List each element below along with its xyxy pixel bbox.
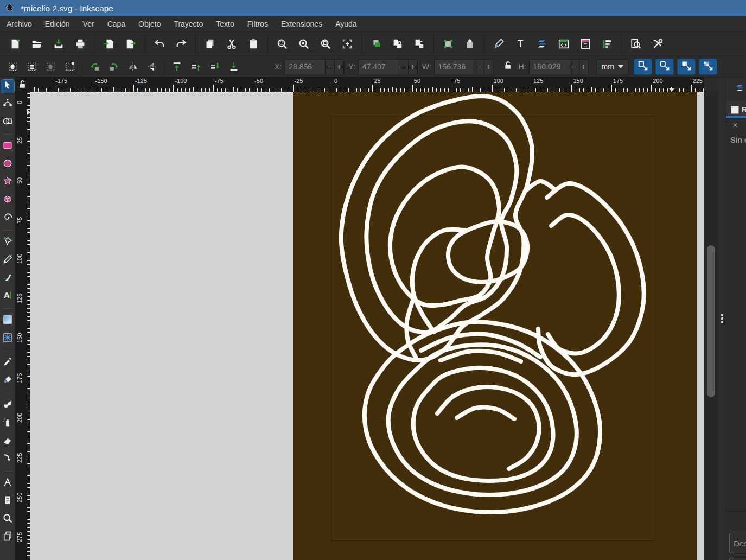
- preferences-button[interactable]: [648, 35, 667, 53]
- scrollbar-thumb[interactable]: [707, 245, 715, 397]
- save-button[interactable]: [49, 35, 68, 53]
- horizontal-ruler[interactable]: -175-150-125-100-75-50-25025507510012515…: [30, 77, 704, 92]
- tool-measure[interactable]: [1, 476, 15, 491]
- tool-paint-bucket[interactable]: [1, 374, 15, 388]
- vertical-ruler[interactable]: 0255075100125150175200225250275: [15, 92, 30, 560]
- vertical-scrollbar[interactable]: [704, 92, 718, 560]
- tool-dropper[interactable]: [1, 356, 15, 370]
- tool-page-tool[interactable]: [1, 494, 15, 508]
- xml-editor-button[interactable]: [554, 35, 573, 53]
- dock-close-button[interactable]: ×: [732, 120, 738, 130]
- tool-node-editor[interactable]: [1, 97, 15, 111]
- duplicate-button[interactable]: [367, 35, 385, 53]
- blur-field[interactable]: Dese: [729, 533, 746, 553]
- menu-item-trayecto[interactable]: Trayecto: [167, 16, 209, 32]
- group-button[interactable]: [388, 35, 407, 53]
- raise-button[interactable]: [187, 59, 204, 75]
- h-input[interactable]: [529, 59, 570, 74]
- copy-button[interactable]: [201, 35, 219, 53]
- lock-ratio-button[interactable]: [501, 59, 515, 74]
- menu-item-ayuda[interactable]: Ayuda: [329, 16, 363, 32]
- select-all-layers-button[interactable]: [23, 59, 40, 75]
- tool-connector[interactable]: [1, 452, 15, 466]
- zoom-selection-button[interactable]: [273, 35, 291, 53]
- y-increment-button[interactable]: +: [409, 59, 418, 74]
- align-distribute-button[interactable]: [598, 35, 616, 53]
- tool-selector[interactable]: [1, 79, 15, 93]
- unlink-clone-button[interactable]: [461, 35, 479, 53]
- tool-pen[interactable]: [1, 236, 15, 250]
- fill-stroke-dialog-button[interactable]: [489, 35, 508, 53]
- w-input[interactable]: [434, 59, 475, 74]
- h-decrement-button[interactable]: −: [570, 59, 579, 74]
- menu-item-archivo[interactable]: Archivo: [0, 16, 39, 32]
- undo-button[interactable]: [150, 35, 169, 53]
- select-box-button[interactable]: [61, 59, 78, 75]
- lower-bottom-button[interactable]: [225, 59, 242, 75]
- tool-pages-tool[interactable]: [1, 530, 15, 544]
- x-decrement-button[interactable]: −: [326, 59, 335, 74]
- tool-mesh-gradient[interactable]: [1, 332, 15, 346]
- new-document-button[interactable]: [6, 35, 24, 53]
- menu-item-objeto[interactable]: Objeto: [132, 16, 167, 32]
- dock-splitter[interactable]: [718, 77, 725, 560]
- zoom-page-button[interactable]: [316, 35, 335, 53]
- menu-item-capa[interactable]: Capa: [101, 16, 132, 32]
- tool-gradient[interactable]: [1, 314, 15, 328]
- import-button[interactable]: [100, 35, 118, 53]
- tool-pencil[interactable]: [1, 253, 15, 268]
- y-input[interactable]: [358, 59, 399, 74]
- tool-shape-builder[interactable]: [1, 115, 15, 129]
- tool-box-3d[interactable]: [1, 193, 15, 207]
- cut-button[interactable]: [222, 35, 241, 53]
- menu-item-filtros[interactable]: Filtros: [241, 16, 275, 32]
- x-increment-button[interactable]: +: [335, 59, 344, 74]
- deselect-button[interactable]: [42, 59, 59, 75]
- unit-dropdown[interactable]: mm: [596, 59, 629, 74]
- scale-patterns-toggle[interactable]: [699, 59, 717, 75]
- flip-vertical-button[interactable]: [143, 59, 160, 75]
- tool-text[interactable]: A: [1, 289, 15, 303]
- guides-lock-icon[interactable]: [15, 77, 30, 92]
- tool-tweak[interactable]: [1, 398, 15, 412]
- opacity-field[interactable]: [729, 558, 746, 560]
- find-replace-button[interactable]: [627, 35, 645, 53]
- h-increment-button[interactable]: +: [579, 59, 589, 74]
- rotate-ccw-button[interactable]: [86, 59, 103, 75]
- raise-top-button[interactable]: [168, 59, 185, 75]
- scale-stroke-toggle[interactable]: [634, 59, 652, 75]
- canvas[interactable]: [30, 92, 704, 560]
- tool-spiral[interactable]: [1, 211, 15, 225]
- lower-button[interactable]: [206, 59, 223, 75]
- paste-button[interactable]: [244, 35, 263, 53]
- tool-ellipse[interactable]: [1, 157, 15, 171]
- text-dialog-button[interactable]: T: [511, 35, 530, 53]
- zoom-center-button[interactable]: [338, 35, 356, 53]
- scale-corners-toggle[interactable]: [655, 59, 674, 75]
- zoom-drawing-button[interactable]: [295, 35, 313, 53]
- flip-horizontal-button[interactable]: [124, 59, 141, 75]
- layers-dialog-button[interactable]: [533, 35, 551, 53]
- scale-gradients-toggle[interactable]: [677, 59, 696, 75]
- tool-calligraphy[interactable]: [1, 271, 15, 285]
- tool-spray[interactable]: [1, 416, 15, 430]
- print-button[interactable]: [71, 35, 90, 53]
- tool-star[interactable]: [1, 175, 15, 189]
- select-all-button[interactable]: [4, 59, 21, 75]
- y-decrement-button[interactable]: −: [399, 59, 409, 74]
- redo-button[interactable]: [172, 35, 190, 53]
- ungroup-button[interactable]: [410, 35, 429, 53]
- menu-item-texto[interactable]: Texto: [209, 16, 240, 32]
- open-folder-button[interactable]: [28, 35, 46, 53]
- tool-rectangle[interactable]: [1, 139, 15, 154]
- document-properties-button[interactable]: [576, 35, 595, 53]
- tool-eraser[interactable]: [1, 434, 15, 448]
- menu-item-ver[interactable]: Ver: [76, 16, 101, 32]
- w-decrement-button[interactable]: −: [475, 59, 484, 74]
- clone-button[interactable]: [439, 35, 457, 53]
- rotate-cw-button[interactable]: [105, 59, 122, 75]
- menu-item-edicin[interactable]: Edición: [39, 16, 76, 32]
- menu-item-extensiones[interactable]: Extensiones: [275, 16, 329, 32]
- tool-zoom-tool[interactable]: [1, 512, 15, 526]
- export-button[interactable]: [122, 35, 140, 53]
